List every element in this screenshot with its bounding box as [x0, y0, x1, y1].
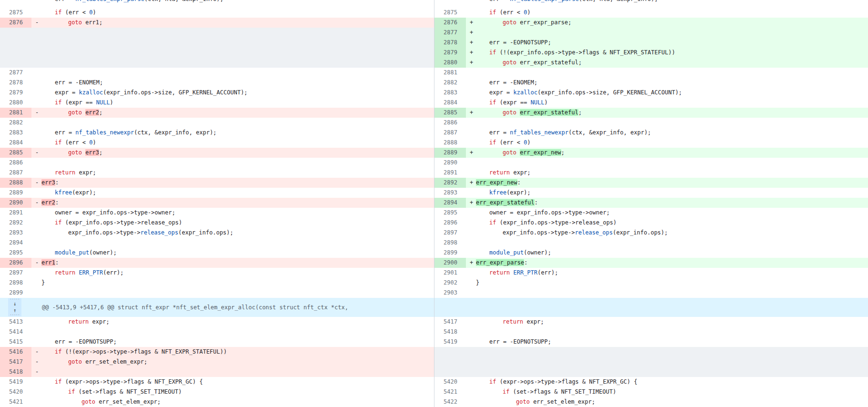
code-cell: +err_expr_new:	[466, 178, 868, 188]
expand-up-button[interactable]: ↑·····	[10, 307, 20, 316]
line-number[interactable]: 2884	[0, 138, 31, 148]
code-cell: -goto err1;	[31, 18, 434, 28]
line-number[interactable]: 5420	[434, 377, 466, 387]
code-token: ERR_PTR	[514, 269, 538, 276]
line-number[interactable]: 2880	[434, 58, 466, 68]
line-number[interactable]: 2885	[0, 148, 31, 158]
line-number[interactable]: 2886	[434, 118, 466, 128]
line-number[interactable]: 5418	[434, 327, 466, 337]
line-number[interactable]: 2896	[434, 218, 466, 228]
diff-marker	[35, 168, 41, 178]
line-number[interactable]: 2897	[0, 268, 31, 278]
line-number[interactable]: 2881	[434, 68, 466, 78]
code-token: ;	[561, 149, 565, 156]
line-number[interactable]: 5416	[0, 347, 31, 357]
line-number[interactable]: 5419	[434, 337, 466, 347]
line-number[interactable]: 2884	[434, 98, 466, 108]
expand-diff-widget: ·····↓↑·····	[8, 298, 21, 316]
diff-marker	[470, 138, 476, 148]
changed-word: err_expr_parse	[476, 259, 524, 266]
line-number[interactable]: 2902	[434, 278, 466, 288]
line-number[interactable]: 2897	[434, 228, 466, 238]
line-number[interactable]: 2883	[434, 88, 466, 98]
line-number[interactable]: 2887	[0, 168, 31, 178]
line-number[interactable]: 2877	[0, 68, 31, 78]
line-number[interactable]: 2876	[0, 18, 31, 28]
code-token: :	[524, 259, 527, 266]
line-number[interactable]: 2894	[0, 238, 31, 248]
diff-row: 2881	[434, 68, 868, 78]
line-number[interactable]: 2878	[434, 38, 466, 48]
expand-down-button[interactable]: ·····↓	[10, 298, 20, 307]
line-number[interactable]: 2883	[0, 128, 31, 138]
line-number[interactable]: 2876	[434, 18, 466, 28]
code-token: ;	[99, 109, 102, 116]
line-number[interactable]: 2893	[434, 188, 466, 198]
line-number[interactable]: 2900	[434, 258, 466, 268]
code-token: err = -ENOMEM;	[55, 79, 103, 86]
code-token: (ctx, nla, &expr_info);	[579, 0, 658, 2]
code-token: if	[55, 348, 61, 355]
diff-row: 2876+goto err_expr_parse;	[434, 18, 868, 28]
line-number[interactable]: 2894	[434, 198, 466, 208]
line-number[interactable]: 5418	[0, 367, 31, 377]
code-token: if	[55, 9, 61, 16]
line-number[interactable]: 2890	[0, 198, 31, 208]
line-number[interactable]: 2882	[434, 78, 466, 88]
line-number[interactable]: 2875	[434, 8, 466, 18]
line-number[interactable]: 2879	[434, 48, 466, 58]
line-number[interactable]: 2891	[434, 168, 466, 178]
line-number[interactable]: 5419	[0, 377, 31, 387]
line-number[interactable]: 5417	[434, 317, 466, 327]
diff-marker	[35, 8, 41, 18]
line-number[interactable]: 2880	[0, 98, 31, 108]
line-number[interactable]: 5415	[0, 337, 31, 347]
diff-row: 2875 if (err < 0)	[434, 8, 868, 18]
line-number[interactable]: 2885	[434, 108, 466, 118]
diff-row: 2893 expr_info.ops->type->release_ops(ex…	[0, 228, 434, 238]
line-number[interactable]: 2877	[434, 28, 466, 38]
code-token: :	[55, 259, 59, 266]
line-number[interactable]: 5417	[0, 357, 31, 367]
line-number[interactable]: 2892	[434, 178, 466, 188]
line-number[interactable]: 2893	[0, 228, 31, 238]
line-number[interactable]: 2901	[434, 268, 466, 278]
diff-marker	[35, 278, 41, 288]
line-number[interactable]: 2890	[434, 158, 466, 168]
line-number[interactable]: 2881	[0, 108, 31, 118]
line-number[interactable]: 5413	[0, 317, 31, 327]
line-number[interactable]: 2891	[0, 208, 31, 218]
line-number[interactable]: 2898	[434, 238, 466, 248]
line-number[interactable]: 2899	[434, 248, 466, 258]
code-token: (err);	[537, 269, 558, 276]
code-token: (err <	[61, 9, 89, 16]
line-number[interactable]: 2882	[0, 118, 31, 128]
line-number[interactable]: 2898	[0, 278, 31, 288]
line-number[interactable]: 2887	[434, 128, 466, 138]
line-number[interactable]: 2879	[0, 88, 31, 98]
diff-pane-new: err = nf_tables_expr_parse(ctx, nla, &ex…	[434, 0, 868, 407]
code-token: err_expr_parse;	[516, 19, 572, 26]
line-number[interactable]: 2899	[0, 288, 31, 298]
diff-row: 5416-if (!(expr->ops->type->flags & NFT_…	[0, 347, 434, 357]
line-number[interactable]: 5422	[434, 397, 466, 407]
line-number[interactable]: 2878	[0, 78, 31, 88]
line-number[interactable]: 2886	[0, 158, 31, 168]
line-number[interactable]: 2889	[434, 148, 466, 158]
line-number[interactable]: 2895	[434, 208, 466, 218]
line-number[interactable]: 2888	[434, 138, 466, 148]
line-number[interactable]: 5414	[0, 327, 31, 337]
diff-marker	[35, 0, 41, 4]
line-number[interactable]: 2896	[0, 258, 31, 268]
line-number[interactable]: 5420	[0, 387, 31, 397]
line-number[interactable]: 2888	[0, 178, 31, 188]
line-number[interactable]: 2889	[0, 188, 31, 198]
line-number[interactable]: 5421	[434, 387, 466, 397]
diff-marker: -	[35, 18, 41, 28]
line-number[interactable]: 2875	[0, 8, 31, 18]
diff-marker: -	[35, 347, 41, 357]
line-number[interactable]: 2903	[434, 288, 466, 298]
line-number[interactable]: 2892	[0, 218, 31, 228]
line-number[interactable]: 5421	[0, 397, 31, 407]
line-number[interactable]: 2895	[0, 248, 31, 258]
